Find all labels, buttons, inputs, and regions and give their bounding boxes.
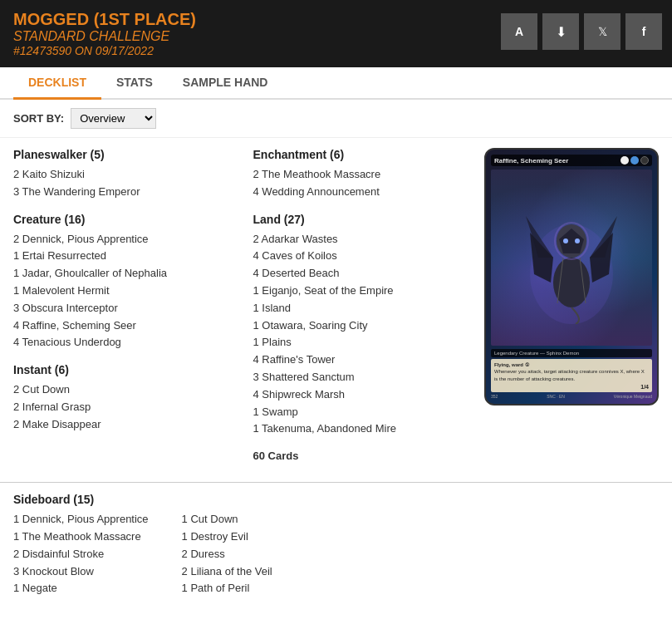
twitter-button[interactable]: 𝕏 — [584, 13, 620, 50]
mana-white — [620, 156, 629, 165]
list-item: 3 Knockout Blow — [13, 563, 149, 581]
sideboard-col2: 1 Cut Down 1 Destroy Evil 2 Duress 2 Lil… — [182, 511, 315, 597]
instant-section: Instant (6) 2 Cut Down 2 Infernal Grasp … — [13, 363, 228, 433]
list-item: 3 Shattered Sanctum — [253, 369, 468, 386]
list-item: 1 Island — [253, 300, 468, 317]
list-item: 4 Raffine's Tower — [253, 351, 468, 369]
card-artist: Véronique Meignaud — [614, 394, 652, 399]
sort-select[interactable]: Overview Color Mana Value Card Type — [71, 108, 156, 129]
list-item: 2 Adarkar Wastes — [253, 231, 468, 248]
action-buttons: A ⬇ 𝕏 f — [501, 13, 662, 50]
list-item: 1 The Meathook Massacre — [13, 528, 149, 546]
card-text: Flying, ward ① Whenever you attack, targ… — [494, 361, 649, 382]
facebook-button[interactable]: f — [625, 13, 662, 50]
card-name-bar: Raffine, Scheming Seer — [491, 155, 652, 166]
total-cards: 60 Cards — [253, 450, 468, 462]
card-set-number: 352 — [491, 394, 498, 399]
section-divider — [0, 482, 672, 483]
twitter-icon: 𝕏 — [598, 25, 607, 38]
tab-stats[interactable]: STATS — [101, 67, 168, 100]
list-item: 2 Kaito Shizuki — [13, 166, 228, 184]
list-item: 4 Caves of Koilos — [253, 248, 468, 265]
list-item: 2 Infernal Grasp — [13, 399, 228, 416]
sphinx-svg — [526, 191, 617, 324]
card-name: Raffine, Scheming Seer — [494, 157, 568, 165]
list-item: 4 Shipwreck Marsh — [253, 386, 468, 404]
arena-export-button[interactable]: A — [501, 13, 537, 50]
instant-header: Instant (6) — [13, 363, 228, 376]
tab-decklist[interactable]: DECKLIST — [13, 67, 101, 100]
main-content: Planeswalker (5) 2 Kaito Shizuki 3 The W… — [0, 138, 672, 472]
download-button[interactable]: ⬇ — [542, 13, 579, 50]
card-power-toughness: 1/4 — [494, 384, 649, 390]
card-art — [491, 170, 652, 346]
list-item: 1 Negate — [13, 580, 149, 597]
list-item: 1 Takenuma, Abandoned Mire — [253, 420, 468, 438]
left-column: Planeswalker (5) 2 Kaito Shizuki 3 The W… — [13, 148, 228, 462]
list-item: 2 The Meathook Massacre — [253, 166, 468, 184]
list-item: 2 Duress — [182, 546, 315, 563]
card-image: Raffine, Scheming Seer — [484, 148, 659, 405]
list-item: 2 Liliana of the Veil — [182, 563, 315, 581]
right-column: Enchantment (6) 2 The Meathook Massacre … — [253, 148, 468, 462]
list-item: 2 Disdainful Stroke — [13, 546, 149, 563]
sideboard-col1: 1 Dennick, Pious Apprentice 1 The Meatho… — [13, 511, 149, 597]
list-item: 1 Eiganjo, Seat of the Empire — [253, 283, 468, 300]
sort-bar: SORT BY: Overview Color Mana Value Card … — [0, 100, 672, 138]
card-type-bar: Legendary Creature — Sphinx Demon — [491, 349, 652, 357]
list-item: 3 Obscura Interceptor — [13, 300, 228, 317]
list-item: 1 Plains — [253, 334, 468, 351]
facebook-icon: f — [642, 25, 646, 38]
tab-sample-hand[interactable]: SAMPLE HAND — [168, 67, 283, 100]
enchantment-header: Enchantment (6) — [253, 148, 468, 161]
sideboard-columns: 1 Dennick, Pious Apprentice 1 The Meatho… — [13, 511, 659, 597]
sideboard-header: Sideboard (15) — [13, 493, 659, 506]
list-item: 1 Cut Down — [182, 511, 315, 528]
list-item: 4 Tenacious Underdog — [13, 334, 228, 351]
creature-header: Creature (16) — [13, 213, 228, 226]
svg-point-4 — [563, 238, 568, 243]
list-item: 1 Otawara, Soaring City — [253, 317, 468, 335]
list-item: 2 Make Disappear — [13, 416, 228, 434]
list-item: 1 Ertai Resurrected — [13, 248, 228, 265]
card-mana — [620, 156, 649, 165]
arena-icon: A — [515, 25, 523, 38]
list-item: 1 Dennick, Pious Apprentice — [13, 511, 149, 528]
card-preview-area: Raffine, Scheming Seer — [484, 148, 659, 462]
list-item: 1 Path of Peril — [182, 580, 315, 597]
list-item: 4 Wedding Announcement — [253, 184, 468, 201]
list-item: 2 Dennick, Pious Apprentice — [13, 231, 228, 248]
sort-label: SORT BY: — [13, 112, 64, 125]
list-item: 4 Raffine, Scheming Seer — [13, 317, 228, 335]
page-header: MOGGED (1ST PLACE) STANDARD CHALLENGE #1… — [0, 0, 672, 67]
svg-point-5 — [575, 238, 580, 243]
list-item: 1 Malevolent Hermit — [13, 283, 228, 300]
svg-point-1 — [553, 258, 590, 307]
mana-black — [640, 156, 649, 165]
planeswalker-header: Planeswalker (5) — [13, 148, 228, 161]
list-item: 1 Swamp — [253, 404, 468, 421]
land-header: Land (27) — [253, 213, 468, 226]
sideboard-section: Sideboard (15) 1 Dennick, Pious Apprenti… — [0, 493, 672, 611]
card-text-area: Flying, ward ① Whenever you attack, targ… — [491, 359, 652, 392]
card-set-info: 352 SNC · EN Véronique Meignaud — [491, 394, 652, 399]
card-type: Legendary Creature — Sphinx Demon — [494, 351, 579, 356]
creature-section: Creature (16) 2 Dennick, Pious Apprentic… — [13, 213, 228, 352]
list-item: 1 Destroy Evil — [182, 528, 315, 546]
decklist-columns: Planeswalker (5) 2 Kaito Shizuki 3 The W… — [13, 148, 468, 462]
list-item: 4 Deserted Beach — [253, 265, 468, 283]
list-item: 3 The Wandering Emperor — [13, 184, 228, 201]
planeswalker-section: Planeswalker (5) 2 Kaito Shizuki 3 The W… — [13, 148, 228, 201]
list-item: 2 Cut Down — [13, 381, 228, 399]
list-item: 1 Jadar, Ghoulcaller of Nephalia — [13, 265, 228, 283]
card-inner: Raffine, Scheming Seer — [486, 150, 657, 404]
mana-blue — [630, 156, 639, 165]
card-art-figure — [491, 170, 652, 346]
card-set-code: SNC · EN — [547, 394, 565, 399]
tab-bar: DECKLIST STATS SAMPLE HAND — [0, 67, 672, 100]
enchantment-section: Enchantment (6) 2 The Meathook Massacre … — [253, 148, 468, 201]
land-section: Land (27) 2 Adarkar Wastes 4 Caves of Ko… — [253, 213, 468, 439]
download-icon: ⬇ — [556, 24, 567, 40]
